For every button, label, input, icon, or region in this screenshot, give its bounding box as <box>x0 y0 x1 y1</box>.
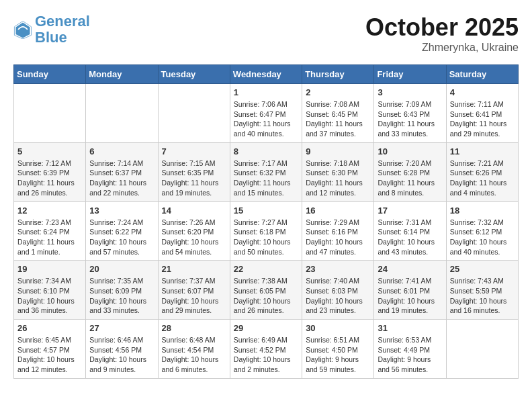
day-number: 15 <box>234 205 298 216</box>
day-number: 16 <box>306 205 370 216</box>
day-number: 19 <box>17 264 82 274</box>
calendar-cell: 12Sunrise: 7:23 AM Sunset: 6:24 PM Dayli… <box>14 201 86 261</box>
calendar-cell: 15Sunrise: 7:27 AM Sunset: 6:18 PM Dayli… <box>230 201 302 261</box>
day-number: 21 <box>162 264 226 274</box>
day-info: Sunrise: 6:53 AM Sunset: 4:49 PM Dayligh… <box>378 335 442 375</box>
page-header: General Blue October 2025 Zhmerynka, Ukr… <box>13 13 519 54</box>
day-info: Sunrise: 6:49 AM Sunset: 4:52 PM Dayligh… <box>234 335 298 375</box>
day-info: Sunrise: 7:41 AM Sunset: 6:01 PM Dayligh… <box>378 276 442 316</box>
calendar-cell: 13Sunrise: 7:24 AM Sunset: 6:22 PM Dayli… <box>86 201 158 261</box>
day-number: 10 <box>378 146 442 156</box>
day-info: Sunrise: 7:26 AM Sunset: 6:20 PM Dayligh… <box>162 218 226 257</box>
day-number: 31 <box>378 323 442 333</box>
day-info: Sunrise: 7:11 AM Sunset: 6:41 PM Dayligh… <box>450 99 515 139</box>
calendar-table: SundayMondayTuesdayWednesdayThursdayFrid… <box>13 64 519 379</box>
day-number: 12 <box>17 205 82 216</box>
day-info: Sunrise: 7:38 AM Sunset: 6:05 PM Dayligh… <box>234 276 298 316</box>
day-number: 2 <box>306 87 370 97</box>
calendar-cell: 20Sunrise: 7:35 AM Sunset: 6:09 PM Dayli… <box>86 261 158 320</box>
day-number: 18 <box>450 205 515 216</box>
day-info: Sunrise: 7:17 AM Sunset: 6:32 PM Dayligh… <box>234 158 298 198</box>
day-number: 3 <box>378 87 442 97</box>
day-number: 22 <box>234 264 298 274</box>
day-info: Sunrise: 7:06 AM Sunset: 6:47 PM Dayligh… <box>234 99 298 139</box>
day-number: 26 <box>17 323 82 333</box>
calendar-cell: 21Sunrise: 7:37 AM Sunset: 6:07 PM Dayli… <box>158 261 230 320</box>
calendar-cell: 10Sunrise: 7:20 AM Sunset: 6:28 PM Dayli… <box>374 142 446 201</box>
calendar-cell: 6Sunrise: 7:14 AM Sunset: 6:37 PM Daylig… <box>86 142 158 201</box>
day-number: 1 <box>234 87 298 97</box>
calendar-cell: 29Sunrise: 6:49 AM Sunset: 4:52 PM Dayli… <box>230 320 302 379</box>
svg-marker-0 <box>16 23 30 38</box>
calendar-cell: 7Sunrise: 7:15 AM Sunset: 6:35 PM Daylig… <box>158 142 230 201</box>
calendar-cell: 14Sunrise: 7:26 AM Sunset: 6:20 PM Dayli… <box>158 201 230 261</box>
day-info: Sunrise: 7:40 AM Sunset: 6:03 PM Dayligh… <box>306 276 370 316</box>
calendar-cell: 9Sunrise: 7:18 AM Sunset: 6:30 PM Daylig… <box>302 142 374 201</box>
location-subtitle: Zhmerynka, Ukraine <box>365 42 519 54</box>
day-info: Sunrise: 7:14 AM Sunset: 6:37 PM Dayligh… <box>89 158 154 198</box>
day-info: Sunrise: 7:29 AM Sunset: 6:16 PM Dayligh… <box>306 218 370 257</box>
calendar-week-3: 12Sunrise: 7:23 AM Sunset: 6:24 PM Dayli… <box>14 201 519 261</box>
logo: General Blue <box>13 13 90 46</box>
calendar-header: SundayMondayTuesdayWednesdayThursdayFrid… <box>14 65 519 84</box>
day-number: 9 <box>306 146 370 156</box>
day-info: Sunrise: 7:23 AM Sunset: 6:24 PM Dayligh… <box>17 218 82 257</box>
calendar-week-4: 19Sunrise: 7:34 AM Sunset: 6:10 PM Dayli… <box>14 261 519 320</box>
weekday-header-friday: Friday <box>374 65 446 84</box>
day-info: Sunrise: 7:15 AM Sunset: 6:35 PM Dayligh… <box>162 158 226 198</box>
calendar-cell: 26Sunrise: 6:45 AM Sunset: 4:57 PM Dayli… <box>14 320 86 379</box>
day-number: 7 <box>162 146 226 156</box>
calendar-cell: 25Sunrise: 7:43 AM Sunset: 5:59 PM Dayli… <box>446 261 518 320</box>
calendar-cell: 18Sunrise: 7:32 AM Sunset: 6:12 PM Dayli… <box>446 201 518 261</box>
calendar-cell: 11Sunrise: 7:21 AM Sunset: 6:26 PM Dayli… <box>446 142 518 201</box>
day-info: Sunrise: 7:12 AM Sunset: 6:39 PM Dayligh… <box>17 158 82 198</box>
day-number: 30 <box>306 323 370 333</box>
day-info: Sunrise: 7:18 AM Sunset: 6:30 PM Dayligh… <box>306 158 370 198</box>
day-info: Sunrise: 7:34 AM Sunset: 6:10 PM Dayligh… <box>17 276 82 316</box>
calendar-body: 1Sunrise: 7:06 AM Sunset: 6:47 PM Daylig… <box>14 84 519 379</box>
logo-blue: Blue <box>35 29 67 46</box>
day-number: 28 <box>162 323 226 333</box>
calendar-cell <box>14 84 86 143</box>
calendar-cell: 1Sunrise: 7:06 AM Sunset: 6:47 PM Daylig… <box>230 84 302 143</box>
day-number: 6 <box>89 146 154 156</box>
calendar-week-1: 1Sunrise: 7:06 AM Sunset: 6:47 PM Daylig… <box>14 84 519 143</box>
day-number: 24 <box>378 264 442 274</box>
logo-icon <box>13 20 32 39</box>
weekday-header-sunday: Sunday <box>14 65 86 84</box>
day-number: 17 <box>378 205 442 216</box>
day-number: 11 <box>450 146 515 156</box>
day-number: 5 <box>17 146 82 156</box>
calendar-cell: 30Sunrise: 6:51 AM Sunset: 4:50 PM Dayli… <box>302 320 374 379</box>
calendar-cell <box>158 84 230 143</box>
day-info: Sunrise: 7:09 AM Sunset: 6:43 PM Dayligh… <box>378 99 442 139</box>
day-info: Sunrise: 7:24 AM Sunset: 6:22 PM Dayligh… <box>89 218 154 257</box>
calendar-cell: 4Sunrise: 7:11 AM Sunset: 6:41 PM Daylig… <box>446 84 518 143</box>
weekday-header-tuesday: Tuesday <box>158 65 230 84</box>
calendar-week-2: 5Sunrise: 7:12 AM Sunset: 6:39 PM Daylig… <box>14 142 519 201</box>
day-number: 8 <box>234 146 298 156</box>
logo-text: General Blue <box>35 13 90 46</box>
day-info: Sunrise: 7:35 AM Sunset: 6:09 PM Dayligh… <box>89 276 154 316</box>
day-info: Sunrise: 7:27 AM Sunset: 6:18 PM Dayligh… <box>234 218 298 257</box>
title-block: October 2025 Zhmerynka, Ukraine <box>365 13 519 54</box>
calendar-cell: 5Sunrise: 7:12 AM Sunset: 6:39 PM Daylig… <box>14 142 86 201</box>
calendar-cell: 28Sunrise: 6:48 AM Sunset: 4:54 PM Dayli… <box>158 320 230 379</box>
calendar-cell <box>446 320 518 379</box>
day-info: Sunrise: 6:46 AM Sunset: 4:56 PM Dayligh… <box>89 335 154 375</box>
calendar-cell: 22Sunrise: 7:38 AM Sunset: 6:05 PM Dayli… <box>230 261 302 320</box>
day-number: 23 <box>306 264 370 274</box>
day-info: Sunrise: 6:45 AM Sunset: 4:57 PM Dayligh… <box>17 335 82 375</box>
day-info: Sunrise: 7:21 AM Sunset: 6:26 PM Dayligh… <box>450 158 515 198</box>
day-info: Sunrise: 7:31 AM Sunset: 6:14 PM Dayligh… <box>378 218 442 257</box>
day-number: 13 <box>89 205 154 216</box>
weekday-header-wednesday: Wednesday <box>230 65 302 84</box>
calendar-cell: 31Sunrise: 6:53 AM Sunset: 4:49 PM Dayli… <box>374 320 446 379</box>
weekday-row: SundayMondayTuesdayWednesdayThursdayFrid… <box>14 65 519 84</box>
day-number: 20 <box>89 264 154 274</box>
month-title: October 2025 <box>365 13 519 42</box>
day-info: Sunrise: 7:08 AM Sunset: 6:45 PM Dayligh… <box>306 99 370 139</box>
calendar-week-5: 26Sunrise: 6:45 AM Sunset: 4:57 PM Dayli… <box>14 320 519 379</box>
calendar-cell: 16Sunrise: 7:29 AM Sunset: 6:16 PM Dayli… <box>302 201 374 261</box>
day-number: 27 <box>89 323 154 333</box>
